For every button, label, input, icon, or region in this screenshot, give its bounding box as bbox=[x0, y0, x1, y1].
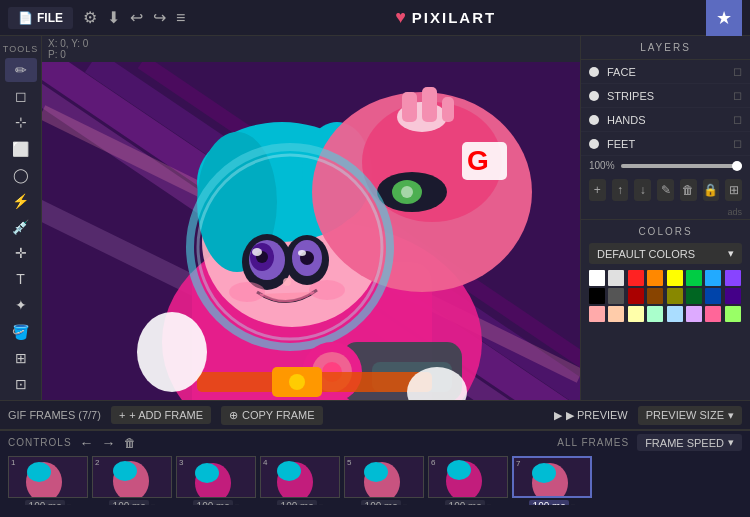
swatch-darkgreen[interactable] bbox=[686, 288, 702, 304]
canvas-area[interactable]: X: 0, Y: 0 P: 0 bbox=[42, 36, 580, 400]
pencil-tool[interactable]: ✏ bbox=[5, 58, 37, 82]
layer-hands[interactable]: HANDS ◻ bbox=[581, 108, 750, 132]
frame-time-arrow-2[interactable]: ▾ bbox=[151, 502, 155, 505]
swatch-gray[interactable] bbox=[608, 288, 624, 304]
svg-point-27 bbox=[298, 250, 306, 256]
frame-thumb-2[interactable]: 2 bbox=[92, 456, 172, 498]
frame-time-arrow-4[interactable]: ▾ bbox=[319, 502, 323, 505]
frame-time-arrow-6[interactable]: ▾ bbox=[487, 502, 491, 505]
swatch-mint[interactable] bbox=[647, 306, 663, 322]
preview-button[interactable]: ▶ ▶ PREVIEW bbox=[554, 409, 628, 422]
swatch-lime[interactable] bbox=[725, 306, 741, 322]
ads-label: ads bbox=[727, 207, 742, 217]
layer-face-visibility[interactable]: ◻ bbox=[733, 65, 742, 78]
frame-time-arrow-7[interactable]: ▾ bbox=[571, 502, 575, 505]
copy-icon: ⊕ bbox=[229, 409, 238, 422]
colors-dropdown[interactable]: DEFAULT COLORS ▾ bbox=[589, 243, 742, 264]
swatch-pinklight[interactable] bbox=[589, 306, 605, 322]
coord-xy: X: 0, Y: 0 bbox=[48, 38, 574, 49]
edit-layer-btn[interactable]: ✎ bbox=[657, 179, 674, 201]
frame-item-1[interactable]: 1 100 ms ▾ bbox=[8, 456, 88, 505]
swatch-darkred[interactable] bbox=[628, 288, 644, 304]
swatch-darkpurple[interactable] bbox=[725, 288, 741, 304]
frame-thumb-6[interactable]: 6 bbox=[428, 456, 508, 498]
frame-item-2[interactable]: 2 100 ms ▾ bbox=[92, 456, 172, 505]
frame-item-3[interactable]: 3 100 ms ▾ bbox=[176, 456, 256, 505]
swatch-hotpink[interactable] bbox=[705, 306, 721, 322]
swatch-purple[interactable] bbox=[725, 270, 741, 286]
download-icon[interactable]: ⬇ bbox=[107, 8, 120, 27]
layer-feet[interactable]: FEET ◻ bbox=[581, 132, 750, 156]
star-icon: ★ bbox=[716, 7, 732, 29]
frame-time-val-3: 100 ms bbox=[193, 500, 234, 505]
frame-time-arrow-1[interactable]: ▾ bbox=[67, 502, 71, 505]
layer-hands-visibility[interactable]: ◻ bbox=[733, 113, 742, 126]
top-icons: ⚙ ⬇ ↩ ↪ ≡ bbox=[83, 8, 185, 27]
eyedropper-tool[interactable]: 💉 bbox=[5, 215, 37, 239]
swatch-black[interactable] bbox=[589, 288, 605, 304]
frame-thumb-4[interactable]: 4 bbox=[260, 456, 340, 498]
fill-tool[interactable]: 🪣 bbox=[5, 320, 37, 344]
swatch-skyblue[interactable] bbox=[667, 306, 683, 322]
swatch-blue[interactable] bbox=[705, 270, 721, 286]
swatch-ltgray[interactable] bbox=[608, 270, 624, 286]
crop-tool[interactable]: ⊡ bbox=[5, 372, 37, 396]
next-frame-button[interactable]: → bbox=[102, 435, 116, 451]
ellipse-tool[interactable]: ◯ bbox=[5, 163, 37, 187]
star-button[interactable]: ★ bbox=[706, 0, 742, 36]
copy-frame-button[interactable]: ⊕ COPY FRAME bbox=[221, 406, 323, 425]
swatch-peach[interactable] bbox=[608, 306, 624, 322]
delete-frame-button[interactable]: 🗑 bbox=[124, 436, 136, 450]
swatch-red[interactable] bbox=[628, 270, 644, 286]
text-tool[interactable]: T bbox=[5, 267, 37, 291]
move-down-btn[interactable]: ↓ bbox=[634, 179, 651, 201]
frame-time-arrow-5[interactable]: ▾ bbox=[403, 502, 407, 505]
frame-item-6[interactable]: 6 100 ms ▾ bbox=[428, 456, 508, 505]
swatch-yellow[interactable] bbox=[667, 270, 683, 286]
frame-thumb-3[interactable]: 3 bbox=[176, 456, 256, 498]
swatch-darkblue[interactable] bbox=[705, 288, 721, 304]
swatch-olive[interactable] bbox=[667, 288, 683, 304]
frame-item-4[interactable]: 4 100 ms ▾ bbox=[260, 456, 340, 505]
swatch-brown[interactable] bbox=[647, 288, 663, 304]
preview-size-button[interactable]: PREVIEW SIZE ▾ bbox=[638, 406, 742, 425]
redo-icon[interactable]: ↪ bbox=[153, 8, 166, 27]
share-icon[interactable]: ⚙ bbox=[83, 8, 97, 27]
move-up-btn[interactable]: ↑ bbox=[612, 179, 629, 201]
prev-frame-button[interactable]: ← bbox=[80, 435, 94, 451]
frame-thumb-7[interactable]: 7 bbox=[512, 456, 592, 498]
swatch-lavender[interactable] bbox=[686, 306, 702, 322]
layer-stripes[interactable]: STRIPES ◻ bbox=[581, 84, 750, 108]
menu-icon[interactable]: ≡ bbox=[176, 9, 185, 27]
delete-layer-btn[interactable]: 🗑 bbox=[680, 179, 697, 201]
opacity-slider[interactable] bbox=[621, 164, 742, 168]
swatch-white[interactable] bbox=[589, 270, 605, 286]
frame-item-5[interactable]: 5 100 ms ▾ bbox=[344, 456, 424, 505]
add-layer-btn[interactable]: + bbox=[589, 179, 606, 201]
frame-speed-button[interactable]: FRAME SPEED ▾ bbox=[637, 434, 742, 451]
swatch-green[interactable] bbox=[686, 270, 702, 286]
undo-icon[interactable]: ↩ bbox=[130, 8, 143, 27]
layer-stripes-visibility[interactable]: ◻ bbox=[733, 89, 742, 102]
star-tool[interactable]: ✦ bbox=[5, 293, 37, 317]
rect-select-tool[interactable]: ⬜ bbox=[5, 136, 37, 160]
swatch-orange[interactable] bbox=[647, 270, 663, 286]
pixel-canvas[interactable]: G MEGA bbox=[42, 62, 580, 400]
layer-feet-visibility[interactable]: ◻ bbox=[733, 137, 742, 150]
eraser-tool[interactable]: ◻ bbox=[5, 84, 37, 108]
frame-thumb-1[interactable]: 1 bbox=[8, 456, 88, 498]
move-tool[interactable]: ✛ bbox=[5, 241, 37, 265]
merge-layer-btn[interactable]: ⊞ bbox=[725, 179, 742, 201]
frame-thumb-5[interactable]: 5 bbox=[344, 456, 424, 498]
swatch-lightyellow[interactable] bbox=[628, 306, 644, 322]
dither-tool[interactable]: ⊞ bbox=[5, 346, 37, 370]
select-tool[interactable]: ⊹ bbox=[5, 110, 37, 134]
file-button[interactable]: 📄 FILE bbox=[8, 7, 73, 29]
frame-time-arrow-3[interactable]: ▾ bbox=[235, 502, 239, 505]
lock-layer-btn[interactable]: 🔒 bbox=[703, 179, 720, 201]
wand-tool[interactable]: ⚡ bbox=[5, 189, 37, 213]
layer-face[interactable]: FACE ◻ bbox=[581, 60, 750, 84]
frame-item-7[interactable]: 7 100 ms ▾ bbox=[512, 456, 592, 505]
add-frame-button[interactable]: + + ADD FRAME bbox=[111, 406, 211, 424]
svg-point-71 bbox=[532, 463, 556, 483]
